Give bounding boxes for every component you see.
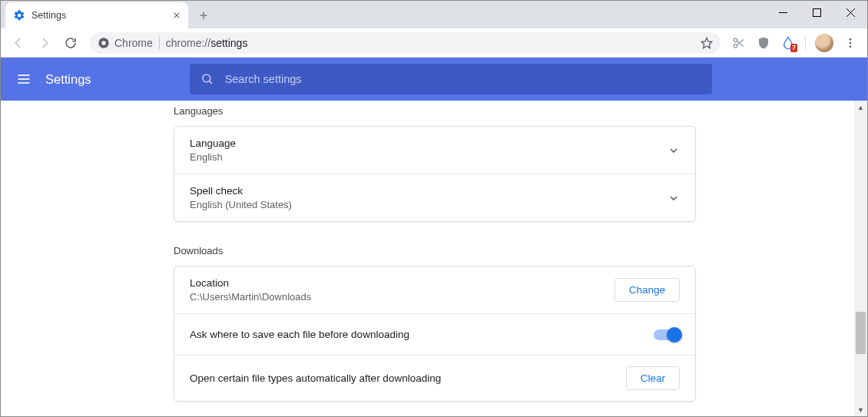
url-prefix: Chrome [114,37,153,49]
reload-button[interactable] [59,31,82,55]
auto-open-row: Open certain file types automatically af… [174,355,695,401]
extension-badge: 7 [790,44,797,52]
svg-point-15 [850,38,852,41]
search-settings[interactable] [190,64,712,94]
gear-icon [13,9,25,22]
address-bar[interactable]: Chrome chrome://settings [90,32,721,54]
scroll-thumb[interactable] [856,312,866,354]
back-button[interactable] [7,31,30,55]
change-button[interactable]: Change [615,278,680,302]
toolbar-separator [805,36,806,50]
minimize-button[interactable] [766,1,800,24]
hamburger-icon[interactable] [16,71,31,87]
svg-rect-5 [813,8,820,16]
svg-point-11 [734,38,737,42]
profile-avatar[interactable] [815,34,833,52]
omnibox-divider [159,37,160,49]
svg-point-17 [850,45,852,48]
scrollbar[interactable]: ▲ ▼ [854,101,867,416]
settings-content: Languages Language English Spell check E… [1,101,867,416]
new-tab-button[interactable] [193,5,214,26]
settings-header: Settings [1,58,867,101]
languages-card: Language English Spell check English (Un… [174,126,696,222]
extension-shield-icon[interactable] [753,32,774,54]
svg-marker-10 [701,38,711,48]
maximize-button[interactable] [800,1,833,24]
language-row[interactable]: Language English [174,127,695,174]
language-label: Language [190,137,236,149]
ask-before-download-row: Ask where to save each file before downl… [174,313,695,355]
site-info-icon[interactable]: Chrome [98,37,153,49]
scroll-down-arrow[interactable]: ▼ [854,403,867,416]
section-languages-title: Languages [174,105,696,117]
svg-point-21 [203,74,210,82]
menu-button[interactable] [840,32,861,54]
bookmark-star-icon[interactable] [701,37,713,49]
forward-button[interactable] [33,31,56,55]
page-title: Settings [45,72,91,87]
close-tab-icon[interactable] [173,12,181,19]
location-value: C:\Users\Martin\Downloads [190,291,311,303]
titlebar: Settings [1,1,867,28]
tab-title: Settings [31,10,66,21]
browser-tab[interactable]: Settings [5,2,188,28]
ask-label: Ask where to save each file before downl… [190,329,409,340]
svg-point-16 [850,41,852,44]
language-value: English [190,151,236,163]
location-label: Location [190,277,311,289]
download-location-row: Location C:\Users\Martin\Downloads Chang… [174,266,695,313]
auto-open-label: Open certain file types automatically af… [190,372,441,384]
close-window-button[interactable] [833,1,867,24]
scroll-track[interactable] [854,114,867,403]
url-text: chrome://settings [166,37,248,49]
svg-point-9 [101,41,105,45]
search-input[interactable] [225,73,701,85]
ask-toggle[interactable] [654,329,680,340]
spellcheck-row[interactable]: Spell check English (United States) [174,174,695,221]
section-downloads-title: Downloads [174,245,696,256]
extension-scissors-icon[interactable] [728,32,750,54]
window-controls [766,1,867,24]
downloads-card: Location C:\Users\Martin\Downloads Chang… [174,266,696,402]
spellcheck-label: Spell check [190,185,292,197]
chevron-down-icon [668,144,680,157]
svg-line-22 [209,81,212,84]
chevron-down-icon [668,192,680,204]
clear-button[interactable]: Clear [626,366,680,390]
extension-drop-icon[interactable]: 7 [777,32,799,54]
scroll-up-arrow[interactable]: ▲ [854,101,867,114]
browser-toolbar: Chrome chrome://settings 7 [1,28,867,58]
spellcheck-value: English (United States) [190,199,292,210]
search-icon [200,72,214,86]
svg-point-12 [734,44,737,48]
